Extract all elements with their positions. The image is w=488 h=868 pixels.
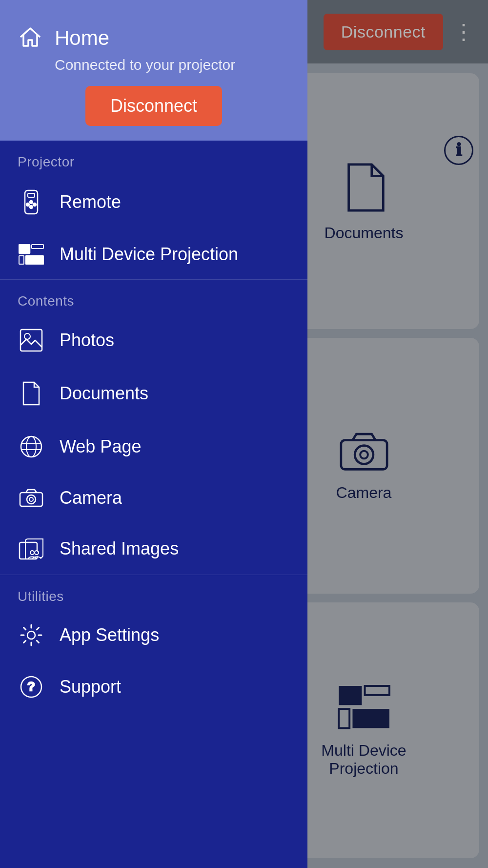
- svg-point-2: [360, 451, 368, 458]
- camera-icon: [337, 430, 391, 476]
- svg-rect-3: [339, 686, 362, 705]
- camera-label: Camera: [60, 488, 122, 508]
- svg-rect-17: [20, 330, 42, 351]
- svg-point-12: [33, 203, 36, 206]
- camera-sidebar-icon: [18, 488, 45, 508]
- document-sidebar-icon: [18, 381, 45, 406]
- svg-text:?: ?: [27, 679, 35, 694]
- more-vertical-icon[interactable]: ⋮: [453, 21, 473, 42]
- multi-device-label: Multi Device Projection: [60, 244, 238, 265]
- info-icon[interactable]: ℹ: [444, 136, 473, 165]
- top-bar-right: Disconnect ⋮: [324, 14, 473, 50]
- documents-label: Documents: [60, 383, 148, 404]
- drawer-connected-text: Connected to your projector: [55, 57, 290, 73]
- sidebar-item-camera[interactable]: Camera: [0, 473, 307, 523]
- sidebar-item-app-settings[interactable]: App Settings: [0, 609, 307, 661]
- svg-rect-15: [19, 256, 24, 264]
- drawer-home-row: Home: [18, 24, 290, 52]
- svg-point-30: [27, 631, 35, 639]
- svg-point-24: [27, 495, 36, 504]
- camera-label: Camera: [336, 484, 392, 502]
- home-icon: [18, 24, 43, 52]
- documents-label: Documents: [325, 224, 404, 242]
- photos-label: Photos: [60, 330, 114, 351]
- svg-rect-5: [339, 709, 349, 728]
- drawer-body: Projector Remote: [0, 141, 307, 868]
- remote-icon: [18, 189, 45, 215]
- multi-device-sidebar-icon: [18, 244, 45, 265]
- sidebar-item-documents[interactable]: Documents: [0, 367, 307, 420]
- svg-point-20: [26, 436, 36, 457]
- sidebar-item-remote[interactable]: Remote: [0, 175, 307, 229]
- sidebar-item-multi-device[interactable]: Multi Device Projection: [0, 229, 307, 279]
- shared-images-icon: [18, 537, 45, 560]
- sidebar-item-photos[interactable]: Photos: [0, 314, 307, 367]
- sidebar-item-shared-images[interactable]: Shared Images: [0, 523, 307, 575]
- disconnect-button-top[interactable]: Disconnect: [324, 14, 443, 50]
- svg-point-9: [30, 201, 33, 204]
- navigation-drawer: Home Connected to your projector Disconn…: [0, 0, 307, 868]
- svg-rect-8: [28, 193, 35, 197]
- svg-point-19: [21, 436, 41, 457]
- svg-rect-6: [352, 709, 389, 728]
- svg-point-10: [30, 206, 33, 208]
- svg-rect-16: [26, 256, 43, 264]
- disconnect-button-drawer[interactable]: Disconnect: [85, 86, 222, 126]
- drawer-home-label: Home: [55, 26, 109, 50]
- app-settings-label: App Settings: [60, 625, 159, 645]
- photos-icon: [18, 329, 45, 352]
- projector-section-label: Projector: [0, 141, 307, 175]
- utilities-section-label: Utilities: [0, 575, 307, 609]
- settings-icon: [18, 624, 45, 646]
- svg-point-18: [24, 333, 30, 339]
- contents-section-label: Contents: [0, 280, 307, 314]
- multi-device-label: Multi DeviceProjection: [321, 742, 406, 778]
- svg-point-25: [29, 497, 33, 501]
- support-label: Support: [60, 677, 121, 697]
- shared-images-label: Shared Images: [60, 538, 179, 559]
- sidebar-item-web-page[interactable]: Web Page: [0, 420, 307, 473]
- web-icon: [18, 435, 45, 458]
- svg-rect-13: [19, 245, 30, 253]
- sidebar-item-support[interactable]: ? Support: [0, 661, 307, 713]
- multi-device-icon: [337, 683, 391, 734]
- svg-point-11: [26, 203, 29, 206]
- document-icon: [340, 161, 388, 216]
- svg-point-1: [355, 445, 373, 464]
- drawer-header: Home Connected to your projector Disconn…: [0, 0, 307, 141]
- svg-rect-4: [365, 686, 389, 695]
- support-icon: ?: [18, 676, 45, 698]
- svg-rect-14: [32, 245, 43, 248]
- web-page-label: Web Page: [60, 436, 141, 457]
- remote-label: Remote: [60, 192, 121, 212]
